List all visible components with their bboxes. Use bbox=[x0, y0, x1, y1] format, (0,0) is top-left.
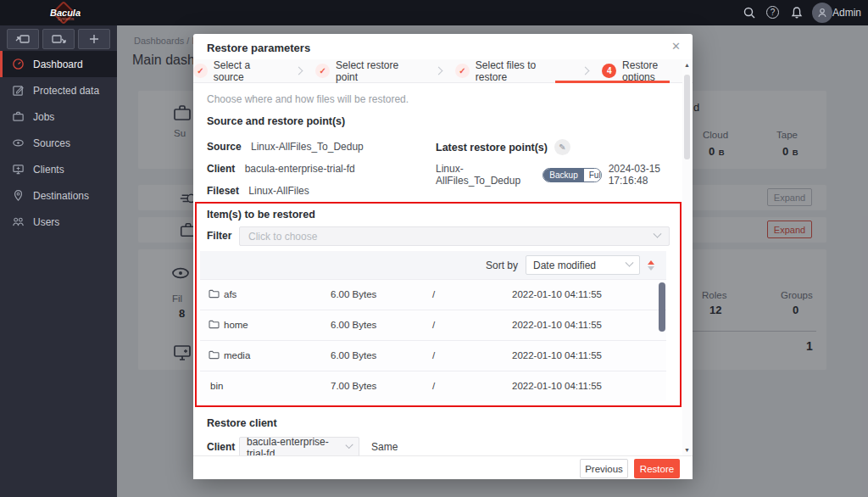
source-row: Source Linux-AllFiles_To_Dedup bbox=[207, 141, 364, 153]
map-pin-icon bbox=[12, 189, 25, 202]
file-name: media bbox=[224, 350, 250, 360]
file-modified: 2022-01-10 04:11:55 bbox=[512, 320, 602, 330]
file-name: afs bbox=[224, 289, 236, 299]
restore-client-heading: Restore client bbox=[207, 417, 277, 429]
filter-select[interactable]: Click to choose bbox=[239, 226, 670, 246]
client-value: bacula-enterprise-trial-fd bbox=[245, 163, 355, 175]
source-value: Linux-AllFiles_To_Dedup bbox=[251, 141, 364, 153]
sort-select[interactable]: Date modified bbox=[526, 255, 640, 275]
briefcase-icon bbox=[12, 110, 25, 123]
sidebar-item-label: Destinations bbox=[33, 190, 89, 202]
latest-restore-point-heading-row: Latest restore point(s) ✎ bbox=[436, 139, 570, 155]
sidebar: Dashboard Protected data Jobs Sources Cl… bbox=[0, 25, 117, 497]
step-select-a-source[interactable]: ✓ Select a source bbox=[193, 59, 282, 83]
chevron-right-icon bbox=[435, 67, 443, 75]
restore-point-name: Linux-AllFiles_To_Dedup bbox=[436, 163, 536, 187]
sidebar-item-dashboard[interactable]: Dashboard bbox=[0, 51, 117, 77]
sidebar-item-label: Jobs bbox=[33, 111, 54, 123]
chevron-down-icon bbox=[626, 259, 634, 267]
sidebar-item-users[interactable]: Users bbox=[0, 209, 117, 235]
step-select-files-to-restore[interactable]: ✓ Select files to restore bbox=[455, 59, 569, 83]
fileset-value: Linux-AllFiles bbox=[248, 185, 309, 197]
sidebar-item-label: Dashboard bbox=[33, 59, 83, 70]
list-scrollbar-thumb[interactable] bbox=[659, 282, 665, 332]
help-icon[interactable]: ? bbox=[766, 6, 779, 19]
backup-level-badge: Backup Full bbox=[542, 168, 601, 182]
check-icon: ✓ bbox=[193, 64, 208, 78]
chevron-right-icon bbox=[295, 67, 303, 75]
folder-icon bbox=[209, 289, 220, 300]
file-rows: afs 6.00 Bytes / 2022-01-10 04:11:55 hom… bbox=[200, 279, 666, 401]
file-size: 6.00 Bytes bbox=[331, 289, 376, 299]
notifications-bell-icon[interactable] bbox=[790, 6, 804, 20]
step-label: Select restore point bbox=[336, 59, 422, 83]
step-number-badge: 4 bbox=[602, 64, 616, 78]
restore-button[interactable]: Restore bbox=[634, 459, 680, 478]
topbar: Bacula Systems ? Admin bbox=[0, 0, 868, 25]
badge-level: Full bbox=[584, 169, 602, 181]
table-row[interactable]: bin 7.00 Bytes / 2022-01-10 04:11:55 bbox=[200, 371, 666, 401]
sidebar-item-label: Clients bbox=[33, 164, 64, 176]
folder-icon bbox=[209, 350, 220, 361]
restore-point-row: Linux-AllFiles_To_Dedup Backup Full 2024… bbox=[436, 163, 693, 187]
file-size: 6.00 Bytes bbox=[331, 320, 376, 330]
brand-subtext: Systems bbox=[58, 16, 74, 21]
folder-icon bbox=[209, 320, 220, 331]
sidebar-item-label: Sources bbox=[33, 137, 70, 149]
sidebar-item-destinations[interactable]: Destinations bbox=[0, 182, 117, 209]
previous-button[interactable]: Previous bbox=[580, 459, 628, 478]
file-modified: 2022-01-10 04:11:55 bbox=[512, 381, 602, 391]
step-restore-options-active[interactable]: 4 Restore options bbox=[602, 59, 693, 83]
close-icon[interactable]: ✕ bbox=[671, 40, 681, 53]
file-path: / bbox=[432, 320, 435, 330]
table-row[interactable]: afs 6.00 Bytes / 2022-01-10 04:11:55 bbox=[200, 279, 666, 310]
restore-parameters-modal: Restore parameters ✕ ✓ Select a source ✓… bbox=[193, 34, 693, 479]
sources-eye-icon bbox=[12, 137, 25, 149]
check-icon: ✓ bbox=[455, 64, 470, 78]
client-label: Client bbox=[207, 163, 235, 175]
user-avatar[interactable] bbox=[812, 3, 832, 23]
modal-title: Restore parameters bbox=[207, 42, 310, 54]
bacula-logo[interactable]: Bacula Systems bbox=[36, 2, 95, 24]
check-icon: ✓ bbox=[315, 64, 330, 78]
sort-direction-toggle[interactable] bbox=[648, 260, 654, 271]
user-name[interactable]: Admin bbox=[832, 7, 861, 19]
wizard-steps: ✓ Select a source ✓ Select restore point… bbox=[193, 59, 693, 83]
dashboard-gauge-icon bbox=[12, 58, 25, 70]
modal-scrollbar[interactable]: ▲ ▼ bbox=[682, 59, 692, 455]
scroll-up-icon[interactable]: ▲ bbox=[684, 62, 690, 68]
sort-desc-icon bbox=[648, 266, 654, 271]
scroll-down-icon[interactable]: ▼ bbox=[684, 447, 690, 453]
sort-select-value: Date modified bbox=[533, 260, 596, 271]
search-icon[interactable] bbox=[743, 6, 756, 20]
sidebar-item-jobs[interactable]: Jobs bbox=[0, 103, 117, 130]
sort-by-label: Sort by bbox=[486, 260, 518, 271]
file-name: home bbox=[224, 320, 248, 330]
step-select-restore-point[interactable]: ✓ Select restore point bbox=[315, 59, 422, 83]
file-name: bin bbox=[210, 381, 223, 391]
sidebar-item-clients[interactable]: Clients bbox=[0, 156, 117, 182]
restore-client-label: Client bbox=[207, 441, 235, 453]
step-label: Select files to restore bbox=[476, 59, 570, 83]
sidebar-item-protected-data[interactable]: Protected data bbox=[0, 77, 117, 103]
modal-scrollbar-thumb[interactable] bbox=[684, 75, 690, 159]
table-row[interactable]: media 6.00 Bytes / 2022-01-10 04:11:55 bbox=[200, 340, 666, 371]
restore-point-timestamp: 2024-03-15 17:16:48 bbox=[609, 163, 693, 187]
chevron-right-icon bbox=[581, 67, 590, 75]
backup-action-button[interactable] bbox=[42, 29, 75, 49]
sidebar-item-sources[interactable]: Sources bbox=[0, 130, 117, 156]
file-list: Sort by Date modified afs 6.00 Bytes / 2… bbox=[200, 251, 666, 401]
chevron-down-icon bbox=[654, 230, 662, 238]
filter-label: Filter bbox=[207, 230, 231, 242]
restore-action-button[interactable] bbox=[7, 29, 39, 49]
screen: Bacula Systems ? Admin bbox=[0, 0, 868, 497]
sidebar-toolbar bbox=[0, 29, 117, 51]
edit-pencil-icon[interactable]: ✎ bbox=[554, 139, 570, 155]
file-size: 7.00 Bytes bbox=[331, 381, 376, 391]
add-button[interactable] bbox=[78, 29, 110, 49]
file-path: / bbox=[432, 350, 435, 360]
restore-client-same-label: Same bbox=[371, 441, 398, 453]
latest-restore-heading: Latest restore point(s) bbox=[436, 142, 548, 154]
table-row[interactable]: home 6.00 Bytes / 2022-01-10 04:11:55 bbox=[200, 310, 666, 340]
active-step-underline bbox=[555, 81, 670, 83]
